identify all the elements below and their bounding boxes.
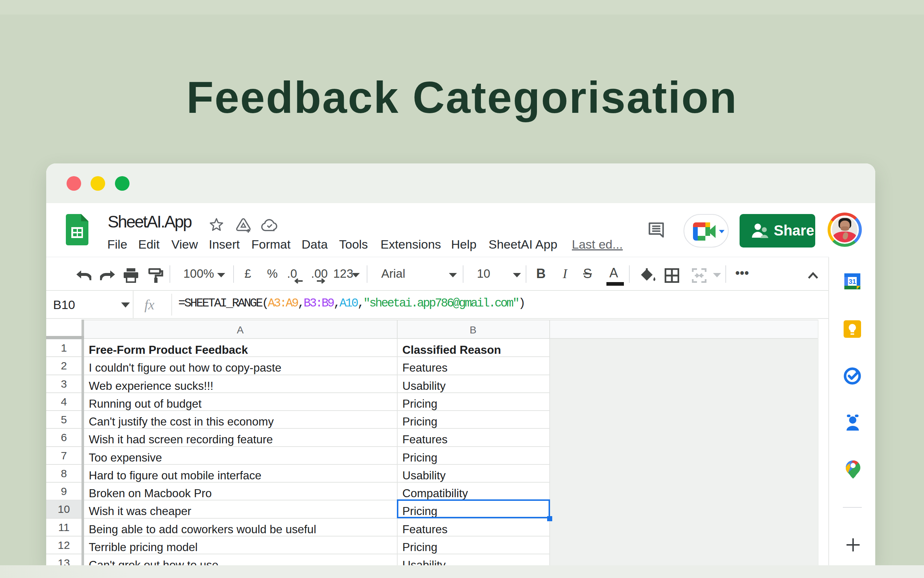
svg-text:31: 31 [849,278,856,285]
